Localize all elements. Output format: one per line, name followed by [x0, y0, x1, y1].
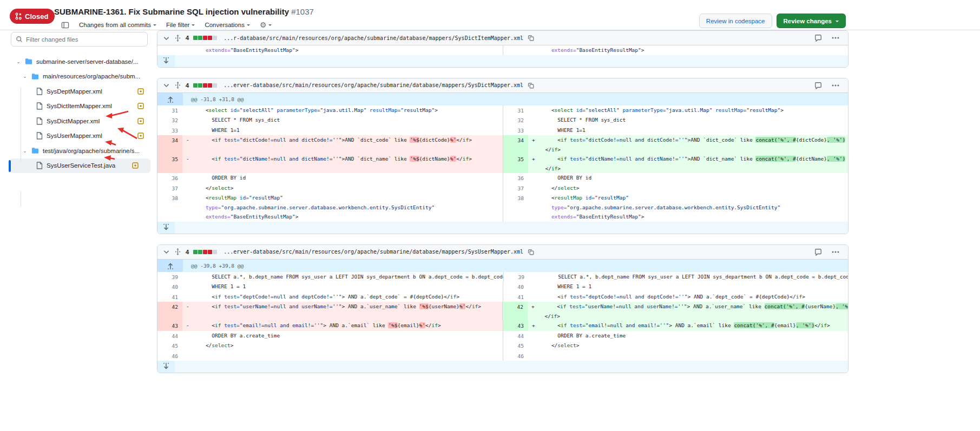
line-number[interactable]: 36: [157, 173, 182, 183]
code-cell: <if test="deptCode!=null and deptCode!='…: [539, 292, 848, 302]
tree-file-sysdictitemmapper-xml[interactable]: SysDictItemMapper.xml: [0, 99, 156, 114]
expand-strip: [175, 55, 848, 67]
line-number[interactable]: [503, 45, 528, 55]
code-segment: if: [432, 322, 438, 328]
line-number[interactable]: 45: [157, 341, 182, 351]
line-number[interactable]: 39: [504, 272, 529, 282]
file-header: 4...erver-database/src/main/resources/or…: [157, 78, 848, 93]
collapse-file-button[interactable]: [163, 82, 170, 89]
kebab-menu-icon[interactable]: [832, 84, 839, 87]
file-filter-input[interactable]: [26, 36, 143, 43]
expand-up-button[interactable]: [157, 93, 183, 105]
line-number[interactable]: 46: [503, 351, 528, 361]
line-number[interactable]: 31: [157, 105, 182, 116]
code-cell: <if test="userName!=null and userName!='…: [193, 302, 502, 321]
code-segment: extends=: [206, 214, 231, 220]
copy-path-icon[interactable]: [528, 35, 534, 41]
comment-icon[interactable]: [814, 82, 822, 89]
line-number[interactable]: 33: [503, 125, 528, 136]
kebab-menu-icon[interactable]: [832, 37, 839, 39]
collapse-file-button[interactable]: [163, 35, 170, 42]
line-number[interactable]: 45: [503, 341, 528, 351]
line-number[interactable]: 42: [503, 302, 528, 321]
file-path[interactable]: ...erver-database/src/main/resources/org…: [223, 82, 523, 88]
line-number[interactable]: 46: [157, 351, 182, 361]
conversations-dropdown[interactable]: Conversations: [205, 22, 250, 28]
code-cell: <if test="dictCode!=null and dictCode!='…: [539, 135, 848, 154]
code-segment: if: [551, 147, 557, 152]
line-number[interactable]: 32: [157, 115, 182, 125]
line-number[interactable]: 37: [157, 183, 182, 194]
code-segment: "selectAll": [240, 107, 274, 113]
comment-icon[interactable]: [814, 34, 822, 42]
file-filter-box[interactable]: [11, 32, 148, 47]
comment-icon[interactable]: [814, 248, 822, 256]
line-number[interactable]: 34: [503, 135, 528, 154]
review-in-codespace-button[interactable]: Review in codespace: [699, 14, 772, 28]
line-number[interactable]: 35: [503, 154, 528, 173]
file-path[interactable]: ...erver-database/src/main/resources/org…: [223, 249, 523, 255]
code-line: <select id="selectAll" parameterType="ja…: [193, 105, 503, 115]
line-number[interactable]: 35: [157, 154, 182, 173]
code-segment: test=: [570, 156, 586, 162]
line-number[interactable]: 31: [503, 105, 528, 116]
tree-file-sysusermapper-xml[interactable]: SysUserMapper.xml: [0, 129, 156, 144]
sidebar-toggle-icon[interactable]: [61, 21, 69, 29]
line-number[interactable]: 37: [503, 183, 528, 194]
line-number[interactable]: 43: [503, 321, 528, 331]
copy-path-icon[interactable]: [528, 82, 534, 89]
expand-strip: [175, 361, 848, 373]
collapse-file-button[interactable]: [163, 248, 170, 255]
file-filter-dropdown[interactable]: File filter: [166, 22, 195, 28]
code-segment: ORDER BY id: [193, 175, 246, 181]
file-path[interactable]: ...r-database/src/main/resources/org/apa…: [223, 35, 523, 41]
review-changes-button[interactable]: Review changes: [777, 14, 846, 28]
chevron-down-icon[interactable]: ⌄: [22, 74, 28, 79]
expand-up-button[interactable]: [157, 260, 183, 272]
line-number[interactable]: 36: [503, 173, 528, 183]
line-number[interactable]: 33: [157, 125, 182, 136]
changes-from-dropdown[interactable]: Changes from all commits: [79, 22, 156, 28]
expand-down-button[interactable]: [157, 361, 175, 373]
diff-side-old: 43- <if test="email!=null and email!=''"…: [157, 321, 503, 331]
expand-down-button[interactable]: [157, 222, 175, 234]
drag-handle-icon[interactable]: [174, 35, 181, 42]
line-number[interactable]: 32: [503, 115, 528, 125]
line-number[interactable]: 43: [157, 321, 182, 331]
diff-settings-dropdown[interactable]: ⚙: [260, 21, 272, 29]
drag-handle-icon[interactable]: [174, 248, 181, 255]
line-number[interactable]: 41: [157, 292, 182, 302]
line-number[interactable]: [157, 45, 182, 55]
chevron-down-icon[interactable]: ⌄: [15, 59, 22, 64]
pr-status-label: Closed: [25, 12, 48, 21]
copy-path-icon[interactable]: [528, 249, 534, 255]
line-number[interactable]: 41: [503, 292, 528, 302]
line-number[interactable]: 38: [157, 193, 182, 222]
tree-folder-submarine-server-server-databa[interactable]: ⌄submarine-server/server-database/...: [0, 54, 156, 69]
chevron-down-icon[interactable]: ⌄: [22, 148, 28, 154]
changes-count: 4: [186, 82, 189, 89]
code-cell: <if test="deptCode!=null and deptCode!='…: [193, 292, 503, 302]
line-number[interactable]: 44: [157, 331, 182, 341]
line-number[interactable]: 44: [503, 331, 528, 341]
tree-folder-main-resources-org-apache-subm[interactable]: ⌄main/resources/org/apache/subm...: [0, 69, 156, 84]
tree-file-sysdictmapper-xml[interactable]: SysDictMapper.xml: [0, 114, 156, 129]
code-segment: select: [212, 185, 230, 191]
line-number[interactable]: 42: [157, 302, 182, 321]
pr-closed-icon: [15, 12, 22, 20]
line-number[interactable]: 40: [157, 282, 182, 292]
code-segment: resultMap=: [370, 107, 400, 113]
code-line: SELECT a.*, b.dept_name FROM sys_user a …: [540, 272, 849, 282]
code-segment: >AND `dict_code` like: [688, 137, 756, 143]
expand-down-button[interactable]: [157, 55, 175, 67]
diff-marker: [182, 351, 193, 361]
drag-handle-icon[interactable]: [174, 82, 181, 89]
line-number[interactable]: 40: [503, 282, 528, 292]
line-number[interactable]: 34: [157, 135, 182, 154]
tree-folder-test-java-org-apache-submarine[interactable]: ⌄test/java/org/apache/submarine/s...: [0, 143, 156, 158]
tree-file-sysuserservicetest-java[interactable]: SysUserServiceTest.java: [9, 158, 150, 174]
tree-file-sysdeptmapper-xml[interactable]: SysDeptMapper.xml: [0, 84, 156, 99]
kebab-menu-icon[interactable]: [832, 251, 839, 253]
line-number[interactable]: 39: [157, 272, 182, 282]
line-number[interactable]: 38: [503, 193, 528, 222]
